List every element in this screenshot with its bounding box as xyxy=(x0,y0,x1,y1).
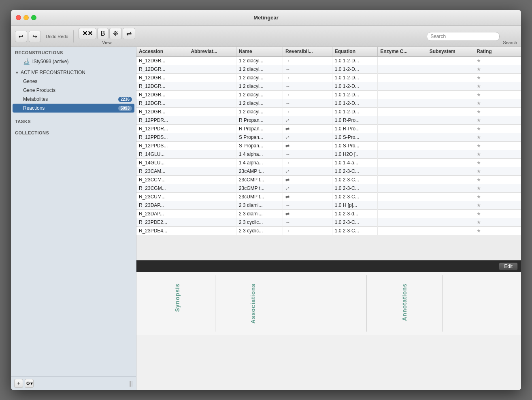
table-cell xyxy=(427,74,474,82)
col-abbreviation[interactable]: Abbreviat... xyxy=(188,47,236,56)
triangle-icon: ▼ xyxy=(15,70,19,75)
table-row[interactable]: R_12DGR...1 2 diacyl...→1.0 1-2-D...★ xyxy=(136,99,521,108)
table-cell: R Propan... xyxy=(236,125,283,133)
table-row[interactable]: R_23PDE2...2 3 cyclic...→1.0 2-3-C...★ xyxy=(136,218,521,227)
search-input[interactable] xyxy=(427,32,500,41)
table-row[interactable]: R_12DGR...1 2 diacyl...→1.0 1-2-D...★ xyxy=(136,82,521,91)
table-cell: 1.0 2-3-d... xyxy=(332,210,377,218)
table-cell: 2 3 cyclic... xyxy=(236,227,283,235)
table-row[interactable]: R_12DGR...1 2 diacyl...→1.0 1-2-D...★ xyxy=(136,65,521,74)
table-cell: → xyxy=(283,159,332,167)
detail-panels: Synopsis Associations Annotations xyxy=(136,272,521,335)
table-cell: ★ xyxy=(474,193,505,201)
undo-redo-label: Undo Redo xyxy=(46,34,68,39)
table-cell: R_12PPDR... xyxy=(136,125,188,133)
tasks-header: TASKS xyxy=(11,116,136,126)
table-cell: R_12DGR... xyxy=(136,99,188,108)
table-row[interactable]: R_12PPDR...R Propan...⇌1.0 R-Pro...★ xyxy=(136,125,521,133)
view-btn-1[interactable]: ✕✕ xyxy=(79,28,96,39)
table-cell xyxy=(378,201,427,210)
tasks-section: TASKS xyxy=(11,116,136,126)
table-cell xyxy=(378,150,427,159)
table-row[interactable]: R_12DGR...1 2 diacyl...→1.0 1-2-D...★ xyxy=(136,56,521,65)
titlebar: Metingear xyxy=(11,10,521,26)
add-button[interactable]: + xyxy=(14,379,23,388)
resize-handle[interactable]: ||| xyxy=(128,380,133,387)
view-section: ✕✕ B ❊ ⇌ View xyxy=(79,28,136,45)
table-row[interactable]: R_23CCM...23cCMP t...⇌1.0 2-3-C...★ xyxy=(136,176,521,184)
table-row[interactable]: R_23DAP...2 3 diami...⇌1.0 2-3-d...★ xyxy=(136,210,521,218)
table-cell xyxy=(427,125,474,133)
col-accession[interactable]: Accession xyxy=(136,47,188,56)
table-row[interactable]: R_14GLU...1 4 alpha...→1.0 H2O [..★ xyxy=(136,150,521,159)
table-cell xyxy=(427,201,474,210)
table-cell xyxy=(505,65,521,74)
col-reversibility[interactable]: Reversibil... xyxy=(283,47,332,56)
undo-redo-group: ↩ ↪ xyxy=(15,31,41,42)
close-button[interactable] xyxy=(16,15,21,20)
col-rating[interactable]: Rating xyxy=(474,47,505,56)
table-cell: 1.0 1-2-D... xyxy=(332,91,377,99)
settings-button[interactable]: ⚙▾ xyxy=(25,379,34,388)
collections-header: COLLECTIONS xyxy=(11,127,136,137)
table-cell: ★ xyxy=(474,91,505,99)
table-row[interactable]: R_12PPDS...S Propan...⇌1.0 S-Pro...★ xyxy=(136,142,521,150)
table-row[interactable]: R_23DAP...2 3 diami...→1.0 H [p]...★ xyxy=(136,201,521,210)
table-row[interactable]: R_12DGR...1 2 diacyl...→1.0 1-2-D...★ xyxy=(136,108,521,116)
minimize-button[interactable] xyxy=(23,15,29,20)
table-cell: 1.0 2-3-C... xyxy=(332,176,377,184)
table-cell xyxy=(188,142,236,150)
redo-button[interactable]: ↪ xyxy=(29,31,41,42)
table-cell xyxy=(505,176,521,184)
view-btn-2[interactable]: B xyxy=(97,28,109,39)
table-cell: ★ xyxy=(474,116,505,125)
table-cell xyxy=(188,108,236,116)
maximize-button[interactable] xyxy=(31,15,36,20)
sidebar-item-reactions[interactable]: Reactions 5093 xyxy=(13,104,134,113)
table-cell: → xyxy=(283,74,332,82)
table-cell xyxy=(378,125,427,133)
col-equation[interactable]: Equation xyxy=(332,47,377,56)
view-btn-3[interactable]: ❊ xyxy=(109,28,122,39)
table-header-row: Accession Abbreviat... Name Reversibil..… xyxy=(136,47,521,56)
table-container[interactable]: Accession Abbreviat... Name Reversibil..… xyxy=(136,47,521,260)
table-row[interactable]: R_23CGM...23cGMP t...⇌1.0 2-3-C...★ xyxy=(136,184,521,193)
table-cell: 1.0 1-2-D... xyxy=(332,65,377,74)
sidebar-item-genes[interactable]: Genes xyxy=(11,77,136,86)
table-cell xyxy=(427,150,474,159)
edit-button[interactable]: Edit xyxy=(499,262,518,270)
view-btn-4[interactable]: ⇌ xyxy=(123,28,135,39)
table-cell xyxy=(378,167,427,176)
table-row[interactable]: R_12PPDR...R Propan...⇌1.0 R-Pro...★ xyxy=(136,116,521,125)
sidebar-item-gene-products[interactable]: Gene Products xyxy=(11,86,136,95)
table-cell: 1.0 2-3-C... xyxy=(332,218,377,227)
table-cell: ⇌ xyxy=(283,184,332,193)
table-cell: 23cUMP t... xyxy=(236,193,283,201)
table-row[interactable]: R_23CUM...23cUMP t...⇌1.0 2-3-C...★ xyxy=(136,193,521,201)
undo-button[interactable]: ↩ xyxy=(15,31,27,42)
table-row[interactable]: R_12PPDS...S Propan...⇌1.0 S-Pro...★ xyxy=(136,133,521,142)
detail-content-area xyxy=(136,335,521,390)
col-enzyme[interactable]: Enzyme C... xyxy=(378,47,427,56)
table-cell xyxy=(427,108,474,116)
main-content: RECONSTRUCTIONS 🔬 iSty5093 (active) ▼ AC… xyxy=(11,47,521,390)
table-cell: R_23CAM... xyxy=(136,167,188,176)
table-row[interactable]: R_23CAM...23cAMP t...⇌1.0 2-3-C...★ xyxy=(136,167,521,176)
table-cell: R Propan... xyxy=(236,116,283,125)
sidebar-item-isty5093[interactable]: 🔬 iSty5093 (active) xyxy=(11,57,136,66)
table-row[interactable]: R_14GLU...1 4 alpha...→1.0 1-4-a...★ xyxy=(136,159,521,167)
active-reconstruction-toggle[interactable]: ▼ ACTIVE RECONSTRUCTION xyxy=(11,68,136,77)
sidebar-item-metabolites[interactable]: Metabolites 2236 xyxy=(11,95,136,104)
table-row[interactable]: R_12DGR...1 2 diacyl...→1.0 1-2-D...★ xyxy=(136,91,521,99)
col-name[interactable]: Name xyxy=(236,47,283,56)
table-cell xyxy=(188,56,236,65)
table-cell: 1 2 diacyl... xyxy=(236,74,283,82)
undo-icon: ↩ xyxy=(19,33,23,40)
col-subsystem[interactable]: Subsystem xyxy=(427,47,474,56)
table-cell: ★ xyxy=(474,125,505,133)
annotations-panel: Annotations xyxy=(367,275,443,332)
table-cell xyxy=(188,210,236,218)
table-body: R_12DGR...1 2 diacyl...→1.0 1-2-D...★R_1… xyxy=(136,56,521,235)
table-row[interactable]: R_12DGR...1 2 diacyl...→1.0 1-2-D...★ xyxy=(136,74,521,82)
table-row[interactable]: R_23PDE4...2 3 cyclic...→1.0 2-3-C...★ xyxy=(136,227,521,235)
